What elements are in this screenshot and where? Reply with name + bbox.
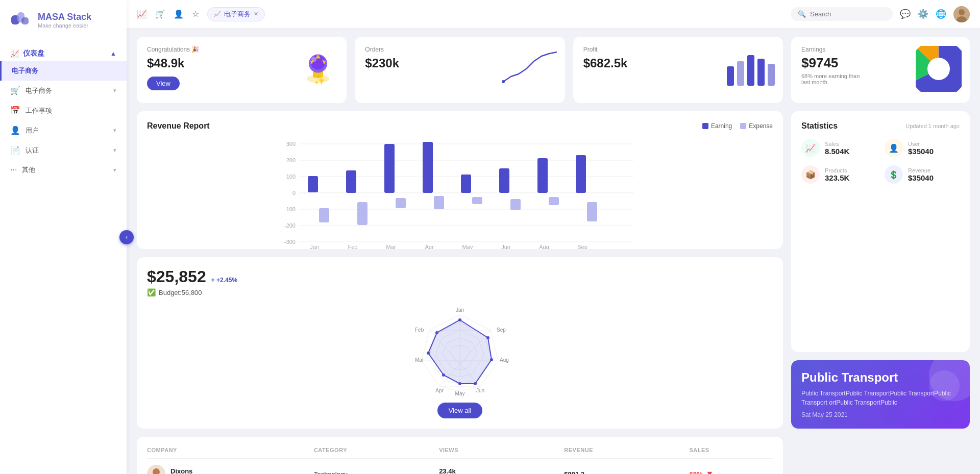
sales-dixons: 68% ▼ [690, 469, 773, 474]
stats-header: Statistics Updated 1 month ago [801, 121, 960, 131]
svg-point-82 [435, 331, 438, 334]
svg-text:-200: -200 [284, 222, 296, 229]
topbar-trend-icon[interactable]: 📈 [137, 9, 147, 19]
calendar-icon: 📅 [10, 106, 20, 115]
stat-products: 📦 Products 323.5K [801, 165, 876, 184]
earning-legend: Earning [702, 122, 732, 130]
topbar-cart-icon[interactable]: 🛒 [155, 9, 165, 19]
trophy-illustration: ✨ [298, 49, 338, 91]
budget-change: + +2.45% [211, 277, 237, 284]
sidebar-item-tasks[interactable]: 📅 工作事项 [0, 101, 127, 120]
logo-area: MASA Stack Make change easier [0, 0, 127, 40]
svg-rect-42 [357, 202, 368, 225]
svg-rect-17 [737, 61, 744, 86]
orders-line-chart [501, 51, 557, 87]
earning-legend-label: Earning [711, 122, 732, 130]
svg-point-81 [427, 352, 430, 355]
topbar-user-icon[interactable]: 👤 [174, 9, 184, 19]
svg-rect-20 [768, 64, 775, 86]
app-name: MASA Stack [38, 12, 91, 22]
pt-description: Public TransportPublic TransportPublic T… [801, 389, 960, 407]
budget-label: ✅ Budget:56,800 [147, 288, 773, 296]
pt-date: Sat May 25 2021 [801, 411, 960, 418]
svg-rect-44 [396, 198, 406, 208]
message-icon[interactable]: 💬 [900, 9, 911, 19]
svg-rect-19 [757, 59, 765, 86]
table-header: COMPANY CATEGORY VIEWS REVENUE SALES [147, 447, 773, 459]
sidebar-item-users[interactable]: 👤 用户 ▾ [0, 120, 127, 140]
dashboard-arrow-icon: ▲ [110, 50, 116, 57]
user-stat-icon: 👤 [885, 139, 903, 157]
col-revenue: REVENUE [564, 447, 689, 453]
stat-sales-label: Sales [825, 141, 849, 147]
topbar-right: 🔍 💬 ⚙️ 🌐 [791, 6, 970, 22]
table-row: Dixons meguc@ruj.io Technology 23.4k in … [147, 459, 773, 474]
content-grid: Congratulations 🎉 $48.9k View ✨ [127, 29, 980, 474]
dashboard-nav-item[interactable]: 📈 仪表盘 ▲ [0, 44, 127, 61]
svg-text:May: May [462, 244, 473, 249]
svg-marker-74 [428, 320, 492, 384]
settings-icon[interactable]: ⚙️ [918, 9, 928, 19]
svg-rect-2 [21, 17, 29, 24]
stat-user-label: User [908, 141, 934, 147]
congratulations-card: Congratulations 🎉 $48.9k View ✨ [137, 37, 347, 103]
views-main-dixons: 23.4k [439, 467, 564, 475]
budget-value: $25,852 [147, 267, 206, 286]
topbar: 📈 🛒 👤 ☆ 📈 电子商务 ✕ 🔍 💬 ⚙️ 🌐 [127, 0, 980, 29]
statistics-card: Statistics Updated 1 month ago 📈 Sales 8… [791, 111, 970, 352]
chart-legend: Earning Expense [702, 122, 773, 130]
svg-rect-47 [461, 174, 471, 193]
company-name-dixons: Dixons [170, 467, 205, 475]
trend-icon: 📈 [10, 49, 19, 58]
stats-title: Statistics [801, 121, 838, 131]
revenue-report-section: Revenue Report Earning Expense 300 [137, 111, 783, 249]
other-arrow-icon: ▾ [113, 167, 116, 173]
col-views: VIEWS [439, 447, 564, 453]
svg-text:Feb: Feb [348, 244, 358, 249]
sidebar-item-other[interactable]: ··· 其他 ▾ [0, 160, 127, 180]
company-cell-dixons: Dixons meguc@ruj.io [147, 465, 314, 474]
view-all-button[interactable]: View all [437, 403, 483, 418]
auth-icon: 📄 [10, 145, 20, 155]
tag-label: 电子商务 [224, 10, 251, 19]
svg-text:May: May [455, 391, 465, 396]
user-avatar[interactable] [953, 6, 970, 22]
search-input[interactable] [810, 10, 881, 18]
svg-rect-40 [319, 208, 329, 222]
view-button[interactable]: View [147, 77, 180, 90]
svg-text:200: 200 [286, 157, 296, 163]
svg-text:Apr: Apr [435, 388, 444, 393]
revenue-dollar-icon: 💲 [885, 165, 903, 184]
tasks-label: 工作事项 [26, 106, 52, 115]
stat-products-label: Products [825, 167, 849, 173]
products-icon: 📦 [801, 165, 820, 184]
svg-text:✨: ✨ [314, 74, 326, 85]
active-tag[interactable]: 📈 电子商务 ✕ [207, 7, 265, 21]
svg-text:Feb: Feb [415, 327, 424, 333]
col-sales: SALES [690, 447, 773, 453]
topbar-star-icon[interactable]: ☆ [192, 9, 199, 19]
auth-label: 认证 [26, 146, 39, 155]
sidebar-item-auth[interactable]: 📄 认证 ▾ [0, 140, 127, 160]
views-dixons: 23.4k in 24 hours [439, 467, 564, 475]
stats-grid: 📈 Sales 8.504K 👤 User $35040 [801, 139, 960, 184]
svg-rect-53 [576, 155, 586, 193]
sidebar-item-ecommerce[interactable]: 🛒 电子商务 ▾ [0, 81, 127, 101]
search-bar[interactable]: 🔍 [791, 7, 893, 21]
svg-point-77 [490, 358, 493, 361]
trend-down-icon-dixons: ▼ [706, 469, 714, 474]
users-label: 用户 [26, 126, 39, 135]
sales-trend-icon: 📈 [801, 139, 820, 157]
logo-text: MASA Stack Make change easier [38, 12, 91, 29]
sidebar-collapse-button[interactable]: ‹ [119, 230, 134, 244]
svg-text:Aug: Aug [500, 357, 509, 363]
tag-close-icon[interactable]: ✕ [254, 11, 258, 17]
svg-text:Jan: Jan [310, 244, 319, 249]
sidebar-item-active[interactable]: 电子商务 [0, 61, 127, 81]
search-icon: 🔍 [798, 10, 806, 18]
translate-icon[interactable]: 🌐 [936, 9, 946, 19]
svg-text:-100: -100 [284, 206, 296, 212]
stat-sales: 📈 Sales 8.504K [801, 139, 876, 157]
dashboard-label: 仪表盘 [23, 49, 44, 58]
bar-chart: 300 200 100 0 -100 -200 -300 [147, 137, 773, 239]
